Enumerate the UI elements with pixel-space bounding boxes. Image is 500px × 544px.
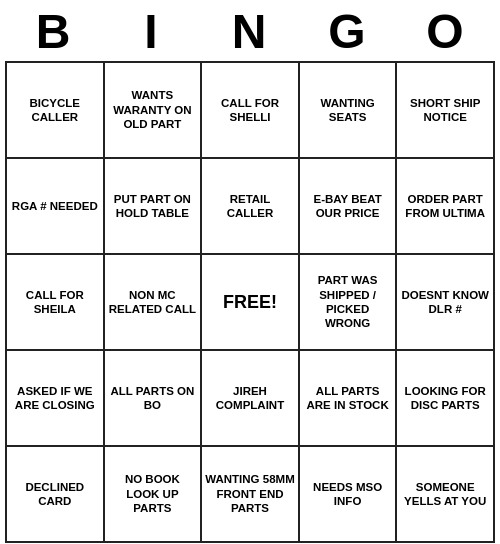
title-o: O — [401, 4, 491, 59]
cell-r4-c0[interactable]: DECLINED CARD — [6, 446, 104, 542]
cell-r4-c4[interactable]: SOMEONE YELLS AT YOU — [396, 446, 494, 542]
cell-r1-c4[interactable]: ORDER PART FROM ULTIMA — [396, 158, 494, 254]
cell-r0-c0[interactable]: BICYCLE CALLER — [6, 62, 104, 158]
cell-r4-c2[interactable]: WANTING 58mm FRONT END PARTS — [201, 446, 299, 542]
cell-r3-c3[interactable]: ALL PARTS ARE IN STOCK — [299, 350, 397, 446]
cell-r2-c2[interactable]: FREE! — [201, 254, 299, 350]
cell-r3-c4[interactable]: LOOKING FOR DISC PARTS — [396, 350, 494, 446]
cell-r2-c3[interactable]: PART WAS SHIPPED / PICKED WRONG — [299, 254, 397, 350]
title-g: G — [303, 4, 393, 59]
cell-r4-c1[interactable]: NO BOOK LOOK UP PARTS — [104, 446, 202, 542]
cell-r0-c1[interactable]: WANTS WARANTY ON OLD PART — [104, 62, 202, 158]
bingo-title: B I N G O — [5, 0, 495, 61]
cell-r3-c2[interactable]: JIREH COMPLAINT — [201, 350, 299, 446]
bingo-grid: BICYCLE CALLERWANTS WARANTY ON OLD PARTC… — [5, 61, 495, 543]
cell-r1-c2[interactable]: RETAIL CALLER — [201, 158, 299, 254]
cell-r0-c3[interactable]: WANTING SEATS — [299, 62, 397, 158]
cell-r1-c3[interactable]: E-BAY BEAT OUR PRICE — [299, 158, 397, 254]
cell-r3-c1[interactable]: ALL PARTS ON BO — [104, 350, 202, 446]
title-i: I — [107, 4, 197, 59]
cell-r2-c0[interactable]: CALL FOR SHEILA — [6, 254, 104, 350]
cell-r0-c2[interactable]: CALL FOR SHELLI — [201, 62, 299, 158]
cell-r2-c1[interactable]: NON MC RELATED CALL — [104, 254, 202, 350]
cell-r1-c0[interactable]: RGA # NEEDED — [6, 158, 104, 254]
cell-r3-c0[interactable]: ASKED IF WE ARE CLOSING — [6, 350, 104, 446]
cell-r1-c1[interactable]: PUT PART ON HOLD TABLE — [104, 158, 202, 254]
cell-r0-c4[interactable]: SHORT SHIP NOTICE — [396, 62, 494, 158]
title-b: B — [9, 4, 99, 59]
cell-r4-c3[interactable]: NEEDS MSO INFO — [299, 446, 397, 542]
title-n: N — [205, 4, 295, 59]
cell-r2-c4[interactable]: DOESNT KNOW DLR # — [396, 254, 494, 350]
